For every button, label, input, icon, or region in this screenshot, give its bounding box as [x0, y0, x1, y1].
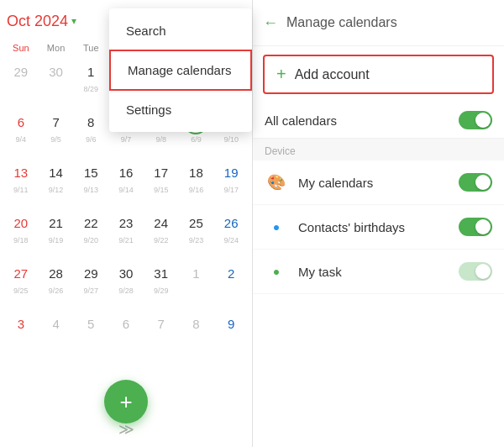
cal-cell[interactable]: 30: [39, 57, 74, 108]
cal-day-sub: 9/29: [154, 287, 169, 295]
contacts-birthdays-icon: ●: [265, 215, 288, 239]
cal-day-number: 6: [9, 111, 33, 134]
cal-day-number: 1: [79, 60, 102, 84]
cal-cell[interactable]: 229/20: [73, 208, 108, 259]
cal-cell[interactable]: 18/29: [73, 57, 108, 108]
cal-day-sub: 6/9: [191, 135, 202, 144]
cal-cell[interactable]: 219/19: [39, 208, 74, 259]
my-task-toggle[interactable]: [459, 262, 492, 281]
cal-day-sub: 9/22: [154, 236, 169, 245]
cal-day-sub: 9/19: [49, 236, 64, 245]
cal-day-sub: 8/29: [84, 85, 99, 93]
cal-day-number: 18: [184, 161, 207, 185]
dropdown-menu: Search Manage calendars Settings: [109, 8, 252, 132]
cal-cell[interactable]: 309/28: [108, 259, 144, 309]
right-panel-title: Manage calendars: [286, 15, 397, 30]
cal-cell[interactable]: 169/14: [108, 158, 144, 208]
cal-day-sub: 9/7: [121, 135, 132, 144]
day-header-tue: Tue: [73, 39, 108, 57]
cal-day-number: 25: [184, 212, 207, 235]
fab-button[interactable]: +: [104, 380, 148, 423]
contacts-birthdays-label: Contacts' birthdays: [298, 220, 459, 234]
cal-day-sub: 9/26: [49, 287, 64, 295]
cal-cell[interactable]: 29: [3, 57, 39, 108]
cal-cell[interactable]: 79/5: [39, 108, 74, 158]
cal-cell[interactable]: 209/18: [3, 208, 39, 259]
cal-day-number: 1: [184, 262, 207, 286]
cal-cell[interactable]: 149/12: [39, 158, 74, 208]
cal-day-sub: 9/13: [84, 186, 99, 194]
add-account-icon: +: [276, 65, 286, 84]
cal-day-sub: 9/6: [86, 135, 97, 144]
cal-day-sub: 9/5: [50, 135, 61, 144]
cal-day-number: 14: [45, 161, 68, 185]
cal-day-sub: 9/14: [118, 186, 134, 194]
cal-day-number: 23: [114, 212, 138, 235]
cal-cell[interactable]: 89/6: [73, 108, 108, 158]
menu-item-settings[interactable]: Settings: [109, 91, 252, 129]
cal-day-number: 3: [9, 313, 33, 336]
all-calendars-toggle[interactable]: [459, 111, 492, 129]
cal-cell[interactable]: 239/21: [108, 208, 144, 259]
cal-day-sub: 9/23: [189, 236, 204, 245]
my-calendars-toggle[interactable]: [459, 173, 492, 192]
cal-day-number: 13: [9, 161, 33, 185]
my-calendars-row: 🎨 My calendars: [253, 160, 504, 205]
cal-cell[interactable]: 249/22: [144, 208, 179, 259]
menu-item-manage-calendars[interactable]: Manage calendars: [109, 50, 252, 91]
cal-cell[interactable]: 1: [179, 259, 214, 309]
my-calendars-icon: 🎨: [265, 171, 288, 194]
fab-plus-icon: +: [119, 391, 132, 413]
cal-cell[interactable]: 9: [213, 309, 249, 360]
cal-day-number: 21: [45, 212, 68, 235]
menu-item-search[interactable]: Search: [109, 12, 252, 50]
toggle-knob-contacts: [475, 219, 491, 234]
cal-cell[interactable]: 139/11: [3, 158, 39, 208]
cal-day-sub: 9/17: [223, 186, 239, 194]
cal-cell[interactable]: 189/16: [179, 158, 214, 208]
month-title[interactable]: Oct 2024: [7, 13, 68, 30]
back-arrow-icon[interactable]: ←: [263, 14, 278, 32]
cal-cell[interactable]: 179/15: [144, 158, 179, 208]
cal-cell[interactable]: 259/23: [179, 208, 214, 259]
cal-cell[interactable]: 299/27: [73, 259, 108, 309]
cal-day-number: 20: [9, 212, 33, 235]
cal-day-number: 8: [184, 313, 207, 336]
cal-cell[interactable]: 4: [39, 309, 74, 360]
cal-day-sub: 9/12: [49, 186, 64, 194]
cal-day-number: 24: [150, 212, 173, 235]
cal-day-number: 7: [45, 111, 68, 134]
cal-cell[interactable]: 69/4: [3, 108, 39, 158]
cal-cell[interactable]: 8: [179, 309, 214, 360]
add-account-button[interactable]: + Add account: [263, 55, 494, 94]
cal-cell[interactable]: 6: [108, 309, 144, 360]
cal-day-number: 7: [150, 313, 173, 336]
all-calendars-label: All calendars: [265, 113, 337, 128]
cal-day-sub: 9/21: [118, 236, 134, 245]
my-task-label: My task: [298, 265, 459, 279]
cal-cell[interactable]: 3: [3, 309, 39, 360]
cal-cell[interactable]: 5: [73, 309, 108, 360]
cal-cell[interactable]: 2: [213, 259, 249, 309]
cal-cell[interactable]: 319/29: [144, 259, 179, 309]
contacts-birthdays-toggle[interactable]: [459, 218, 492, 236]
cal-day-sub: 9/15: [154, 186, 169, 194]
cal-cell[interactable]: 159/13: [73, 158, 108, 208]
day-header-mon: Mon: [39, 39, 74, 57]
cal-cell[interactable]: 289/26: [39, 259, 74, 309]
dropdown-arrow-icon[interactable]: ▾: [71, 15, 76, 27]
cal-cell[interactable]: 7: [144, 309, 179, 360]
cal-day-number: 4: [45, 313, 68, 336]
cal-cell[interactable]: 279/25: [3, 259, 39, 309]
cal-cell[interactable]: 269/24: [213, 208, 249, 259]
toggle-knob-my-cal: [475, 175, 491, 190]
cal-day-number: 31: [150, 262, 173, 286]
cal-cell[interactable]: 199/17: [213, 158, 249, 208]
cal-day-sub: 9/11: [13, 186, 29, 194]
cal-day-number: 22: [79, 212, 102, 235]
cal-day-sub: 9/16: [189, 186, 204, 194]
cal-day-number: 5: [79, 313, 102, 336]
toggle-knob-task: [475, 264, 491, 279]
cal-day-number: 28: [45, 262, 68, 286]
cal-day-sub: 9/4: [16, 135, 27, 144]
